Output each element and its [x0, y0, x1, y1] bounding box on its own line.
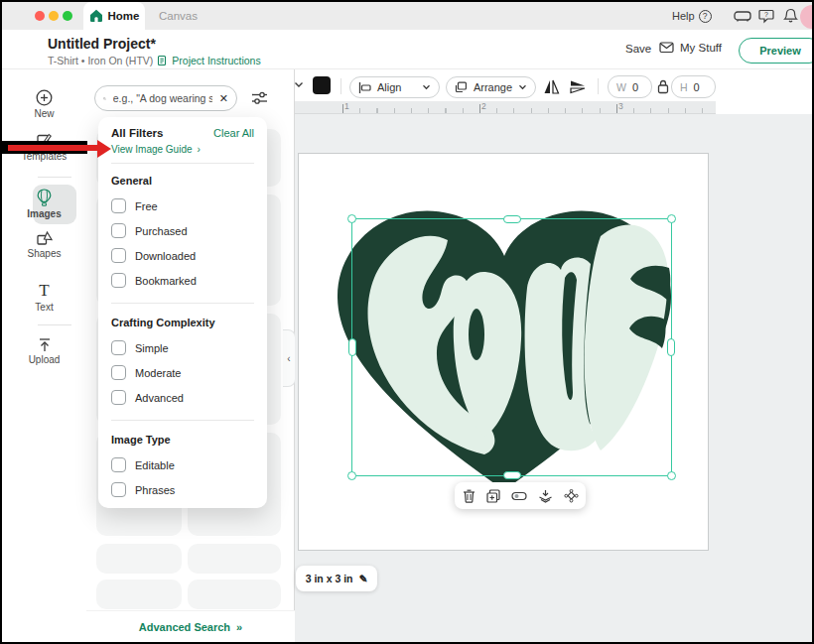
flatten-icon[interactable]: [538, 489, 553, 503]
sidebar-item-label: Upload: [2, 354, 86, 365]
checkbox[interactable]: [111, 457, 126, 472]
sidebar-item-label: Images: [2, 208, 86, 219]
image-skeleton-card: [96, 544, 182, 574]
checkbox[interactable]: [111, 340, 126, 355]
flip-vertical-button[interactable]: [569, 79, 587, 94]
width-label: W: [616, 81, 626, 93]
help-label: Help: [672, 10, 695, 22]
image-skeleton-card: [96, 580, 182, 609]
linetype-dropdown-chevron[interactable]: [294, 81, 304, 88]
advanced-search-link[interactable]: Advanced Search »: [86, 610, 295, 642]
resize-handle-e[interactable]: [667, 338, 675, 356]
clear-all-link[interactable]: Clear All: [213, 127, 254, 139]
arrange-icon: [455, 81, 468, 93]
my-stuff-label: My Stuff: [680, 42, 722, 54]
filter-option-phrases[interactable]: Phrases: [111, 482, 254, 497]
resize-handle-w[interactable]: [348, 338, 356, 356]
divider: [598, 78, 599, 94]
checkbox[interactable]: [111, 248, 126, 263]
sidebar-item-shapes[interactable]: Shapes: [2, 230, 86, 259]
edit-pencil-icon[interactable]: ✎: [359, 573, 368, 584]
checkbox[interactable]: [111, 273, 126, 288]
instructions-doc-icon: [157, 55, 168, 66]
divider: [111, 420, 254, 421]
option-label: Editable: [135, 459, 175, 471]
feedback-button[interactable]: ?: [758, 2, 774, 30]
filter-option-advanced[interactable]: Advanced: [111, 390, 254, 405]
lock-aspect-button[interactable]: [657, 79, 669, 94]
color-swatch[interactable]: [313, 76, 331, 94]
project-instructions-link[interactable]: Project Instructions: [172, 55, 260, 66]
annotation-arrow-shaft: [8, 145, 99, 151]
attach-icon[interactable]: [564, 489, 579, 503]
divider: [340, 78, 341, 94]
option-label: Moderate: [135, 367, 181, 379]
filter-option-free[interactable]: Free: [111, 198, 254, 213]
project-subtitle-row: T-Shirt • Iron On (HTV) Project Instruct…: [48, 55, 261, 66]
notifications-button[interactable]: [783, 2, 798, 30]
view-image-guide-link[interactable]: View Image Guide: [111, 144, 193, 155]
option-label: Advanced: [135, 392, 184, 404]
minimize-button[interactable]: [49, 11, 59, 21]
annotation-arrow-head: [97, 140, 111, 158]
filter-option-moderate[interactable]: Moderate: [111, 365, 254, 380]
preview-button[interactable]: Preview: [739, 38, 814, 64]
zoom-button[interactable]: [63, 11, 72, 21]
close-button[interactable]: [35, 11, 45, 21]
machine-status-button[interactable]: [734, 2, 751, 30]
sidebar-item-upload[interactable]: Upload: [2, 337, 86, 365]
filter-option-purchased[interactable]: Purchased: [111, 223, 254, 238]
resize-handle-s[interactable]: [503, 471, 521, 479]
checkbox[interactable]: [111, 482, 126, 497]
chevron-left-icon: ‹: [287, 353, 290, 364]
canvas-size-badge[interactable]: 3 in x 3 in ✎: [296, 566, 377, 591]
resize-handle-se[interactable]: [667, 471, 676, 480]
delete-icon[interactable]: [463, 489, 475, 503]
clear-search-icon[interactable]: ✕: [219, 92, 228, 105]
filters-title: All Filters: [111, 127, 163, 139]
chevron-down-icon: [294, 81, 304, 88]
arrange-label: Arrange: [474, 81, 512, 93]
hide-icon[interactable]: [511, 491, 527, 501]
duplicate-icon[interactable]: [486, 489, 500, 503]
tab-home[interactable]: Home: [83, 2, 145, 30]
resize-handle-sw[interactable]: [347, 471, 356, 480]
help-menu[interactable]: Help ?: [672, 2, 712, 30]
shapes-icon: [36, 230, 54, 246]
tab-canvas[interactable]: Canvas: [151, 2, 205, 30]
sidebar-item-new[interactable]: New: [2, 89, 86, 119]
selection-box[interactable]: [351, 218, 672, 476]
filters-toggle-button[interactable]: [251, 90, 268, 106]
sidebar-item-images[interactable]: Images: [2, 189, 86, 219]
save-button[interactable]: Save: [625, 43, 651, 55]
filter-option-simple[interactable]: Simple: [111, 340, 254, 355]
filter-option-bookmarked[interactable]: Bookmarked: [111, 273, 254, 288]
new-plus-icon: [36, 89, 53, 106]
align-dropdown[interactable]: Align: [349, 76, 440, 98]
height-input[interactable]: H 0: [671, 75, 716, 98]
filter-section-heading: Image Type: [111, 434, 254, 446]
filter-option-downloaded[interactable]: Downloaded: [111, 248, 254, 263]
filter-section-heading: General: [111, 175, 254, 187]
width-value: 0: [632, 81, 638, 93]
filter-option-editable[interactable]: Editable: [111, 457, 254, 472]
resize-handle-ne[interactable]: [667, 214, 676, 223]
tab-home-label: Home: [108, 10, 140, 22]
option-label: Phrases: [135, 484, 175, 496]
checkbox[interactable]: [111, 223, 126, 238]
checkbox[interactable]: [111, 390, 126, 405]
my-stuff-button[interactable]: My Stuff: [659, 41, 722, 54]
chevron-down-icon: [422, 84, 431, 90]
image-search-bar[interactable]: ✕: [94, 85, 237, 111]
upload-icon: [37, 337, 53, 352]
arrange-dropdown[interactable]: Arrange: [446, 76, 536, 98]
size-label: 3 in x 3 in: [306, 573, 353, 584]
sidebar-item-text[interactable]: T Text: [2, 282, 86, 313]
checkbox[interactable]: [111, 365, 126, 380]
flip-horizontal-button[interactable]: [543, 78, 560, 95]
resize-handle-nw[interactable]: [347, 214, 356, 223]
search-input[interactable]: [111, 91, 214, 105]
resize-handle-n[interactable]: [503, 215, 521, 223]
width-input[interactable]: W 0: [608, 75, 652, 98]
checkbox[interactable]: [111, 198, 126, 213]
